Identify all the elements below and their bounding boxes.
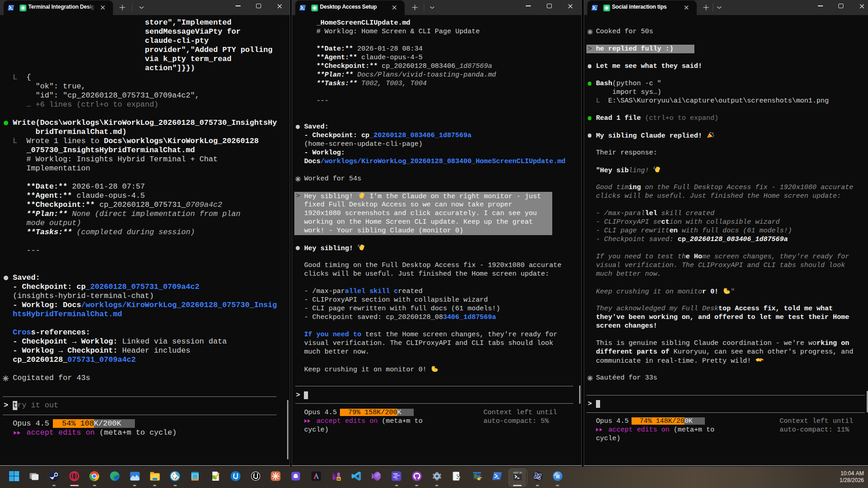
svg-text:IN: IN bbox=[337, 478, 340, 481]
svg-text:R: R bbox=[556, 474, 560, 479]
